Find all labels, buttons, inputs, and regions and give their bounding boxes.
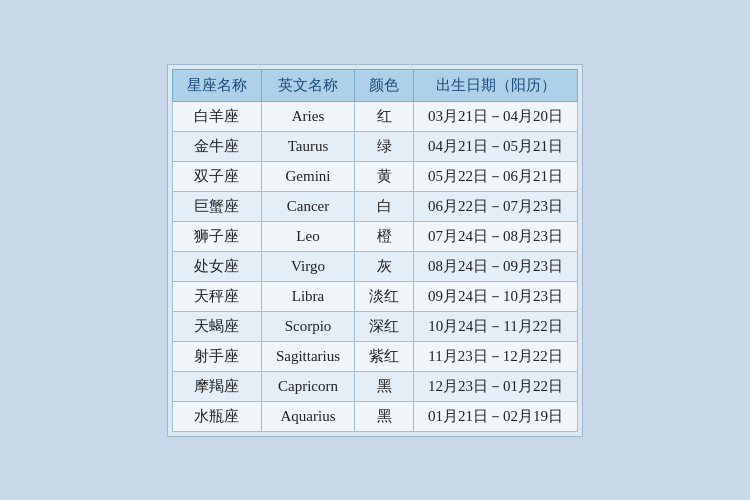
table-cell-1-2: 绿 bbox=[355, 131, 414, 161]
table-cell-2-1: Gemini bbox=[261, 161, 354, 191]
table-cell-10-2: 黑 bbox=[355, 401, 414, 431]
table-cell-0-1: Aries bbox=[261, 101, 354, 131]
table-cell-1-3: 04月21日－05月21日 bbox=[414, 131, 578, 161]
table-row: 狮子座Leo橙07月24日－08月23日 bbox=[172, 221, 577, 251]
table-row: 白羊座Aries红03月21日－04月20日 bbox=[172, 101, 577, 131]
table-cell-2-0: 双子座 bbox=[172, 161, 261, 191]
table-row: 天秤座Libra淡红09月24日－10月23日 bbox=[172, 281, 577, 311]
table-cell-0-2: 红 bbox=[355, 101, 414, 131]
table-cell-8-3: 11月23日－12月22日 bbox=[414, 341, 578, 371]
table-cell-3-2: 白 bbox=[355, 191, 414, 221]
table-cell-6-1: Libra bbox=[261, 281, 354, 311]
table-cell-9-1: Capricorn bbox=[261, 371, 354, 401]
table-cell-9-2: 黑 bbox=[355, 371, 414, 401]
table-row: 处女座Virgo灰08月24日－09月23日 bbox=[172, 251, 577, 281]
table-cell-3-3: 06月22日－07月23日 bbox=[414, 191, 578, 221]
table-cell-9-3: 12月23日－01月22日 bbox=[414, 371, 578, 401]
table-cell-4-2: 橙 bbox=[355, 221, 414, 251]
table-header-row: 星座名称英文名称颜色出生日期（阳历） bbox=[172, 69, 577, 101]
table-cell-0-3: 03月21日－04月20日 bbox=[414, 101, 578, 131]
table-header-1: 英文名称 bbox=[261, 69, 354, 101]
table-row: 双子座Gemini黄05月22日－06月21日 bbox=[172, 161, 577, 191]
table-row: 摩羯座Capricorn黑12月23日－01月22日 bbox=[172, 371, 577, 401]
table-cell-7-0: 天蝎座 bbox=[172, 311, 261, 341]
table-row: 射手座Sagittarius紫红11月23日－12月22日 bbox=[172, 341, 577, 371]
table-cell-4-3: 07月24日－08月23日 bbox=[414, 221, 578, 251]
table-row: 水瓶座Aquarius黑01月21日－02月19日 bbox=[172, 401, 577, 431]
table-row: 金牛座Taurus绿04月21日－05月21日 bbox=[172, 131, 577, 161]
table-cell-0-0: 白羊座 bbox=[172, 101, 261, 131]
table-cell-7-3: 10月24日－11月22日 bbox=[414, 311, 578, 341]
table-cell-5-0: 处女座 bbox=[172, 251, 261, 281]
table-cell-7-2: 深红 bbox=[355, 311, 414, 341]
zodiac-table-container: 星座名称英文名称颜色出生日期（阳历） 白羊座Aries红03月21日－04月20… bbox=[167, 64, 583, 437]
table-cell-10-3: 01月21日－02月19日 bbox=[414, 401, 578, 431]
table-row: 天蝎座Scorpio深红10月24日－11月22日 bbox=[172, 311, 577, 341]
table-row: 巨蟹座Cancer白06月22日－07月23日 bbox=[172, 191, 577, 221]
table-cell-4-0: 狮子座 bbox=[172, 221, 261, 251]
table-cell-8-2: 紫红 bbox=[355, 341, 414, 371]
table-cell-6-2: 淡红 bbox=[355, 281, 414, 311]
table-cell-5-1: Virgo bbox=[261, 251, 354, 281]
table-cell-9-0: 摩羯座 bbox=[172, 371, 261, 401]
table-cell-2-2: 黄 bbox=[355, 161, 414, 191]
table-cell-6-3: 09月24日－10月23日 bbox=[414, 281, 578, 311]
zodiac-table: 星座名称英文名称颜色出生日期（阳历） 白羊座Aries红03月21日－04月20… bbox=[172, 69, 578, 432]
table-header-2: 颜色 bbox=[355, 69, 414, 101]
table-header-0: 星座名称 bbox=[172, 69, 261, 101]
table-cell-1-0: 金牛座 bbox=[172, 131, 261, 161]
table-cell-8-1: Sagittarius bbox=[261, 341, 354, 371]
table-cell-7-1: Scorpio bbox=[261, 311, 354, 341]
table-cell-10-0: 水瓶座 bbox=[172, 401, 261, 431]
table-cell-3-1: Cancer bbox=[261, 191, 354, 221]
table-cell-8-0: 射手座 bbox=[172, 341, 261, 371]
table-header-3: 出生日期（阳历） bbox=[414, 69, 578, 101]
table-cell-6-0: 天秤座 bbox=[172, 281, 261, 311]
table-cell-4-1: Leo bbox=[261, 221, 354, 251]
table-cell-5-3: 08月24日－09月23日 bbox=[414, 251, 578, 281]
table-cell-2-3: 05月22日－06月21日 bbox=[414, 161, 578, 191]
table-cell-5-2: 灰 bbox=[355, 251, 414, 281]
table-cell-1-1: Taurus bbox=[261, 131, 354, 161]
table-cell-3-0: 巨蟹座 bbox=[172, 191, 261, 221]
table-cell-10-1: Aquarius bbox=[261, 401, 354, 431]
